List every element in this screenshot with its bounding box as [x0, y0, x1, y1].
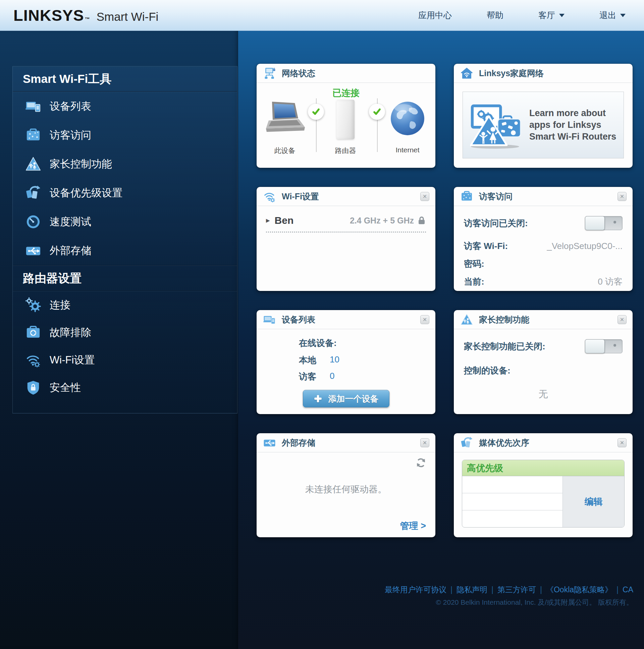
toggle-knob[interactable]: [585, 339, 605, 353]
lock-icon: [418, 216, 425, 225]
suitcase-icon: [26, 128, 41, 143]
sidebar-item-parental-controls[interactable]: 家长控制功能: [13, 150, 237, 178]
card-header: Linksys家庭网络: [454, 64, 633, 83]
edit-link[interactable]: 编辑: [562, 476, 624, 527]
card-external-storage: 外部存储 ✕ 未连接任何驱动器。 管理 >: [257, 433, 435, 537]
close-icon[interactable]: ✕: [420, 438, 429, 447]
linksys-logo: LINKSYS™ Smart Wi-Fi: [13, 6, 158, 25]
dotted-divider: [266, 231, 426, 232]
toggle-off-ring: [613, 344, 616, 347]
sidebar-item-connectivity[interactable]: 连接: [13, 291, 237, 319]
ssid-name: Ben: [275, 215, 294, 226]
sidebar-item-security[interactable]: 安全性: [13, 374, 237, 401]
sidebar-item-guest-access[interactable]: 访客访问: [13, 121, 237, 150]
priority-table: 高优先级 编辑: [462, 460, 625, 527]
expand-caret-icon[interactable]: ▶: [266, 217, 270, 223]
high-priority-header: 高优先级: [462, 460, 624, 476]
devices-icon: [26, 99, 41, 114]
sidebar-item-device-list[interactable]: 设备列表: [13, 92, 237, 121]
footer-link-ookla[interactable]: 《Ookla隐私策略》: [546, 585, 612, 594]
router-image: [336, 100, 355, 139]
card-title: 访客访问: [479, 191, 512, 202]
band-label: 2.4 GHz + 5 GHz: [350, 216, 414, 225]
warning-triangle-icon: [461, 313, 473, 326]
product-name: Smart Wi-Fi: [97, 10, 159, 24]
close-icon[interactable]: ✕: [420, 315, 429, 324]
widget-grid: 网络状态 已连接: [257, 64, 633, 537]
network-icon: [263, 67, 276, 80]
ssid-row[interactable]: ▶ Ben 2.4 GHz + 5 GHz: [257, 206, 435, 226]
sidebar-item-external-storage[interactable]: 外部存储: [13, 236, 237, 265]
footer-link-privacy[interactable]: 隐私声明: [457, 585, 487, 594]
usb-icon: [26, 243, 41, 258]
parental-controls-toggle[interactable]: [585, 339, 623, 353]
local-label: 本地: [299, 354, 330, 366]
card-guest-access: 访客访问 ✕ 访客访问已关闭: 访客 Wi-Fi: _VelopSetup9C0…: [454, 187, 633, 291]
close-icon[interactable]: ✕: [420, 192, 429, 201]
guest-label: 访客: [299, 371, 330, 383]
close-icon[interactable]: ✕: [617, 315, 627, 324]
card-title: 设备列表: [282, 314, 315, 325]
top-header: LINKSYS™ Smart Wi-Fi 应用中心 帮助 客厅 退出: [0, 0, 644, 31]
card-header: 访客访问 ✕: [454, 187, 633, 206]
node-label-router: 路由器: [335, 146, 356, 156]
check-icon: [308, 104, 324, 120]
card-media-prioritization: 媒体优先次序 ✕ 高优先级 编辑: [454, 433, 633, 537]
trademark-symbol: ™: [85, 16, 90, 22]
refresh-icon[interactable]: [415, 457, 427, 469]
close-icon[interactable]: ✕: [617, 192, 627, 201]
footer-link-ca[interactable]: CA: [623, 585, 633, 594]
guest-count: 0: [330, 371, 334, 383]
footer-link-eula[interactable]: 最终用户许可协议: [385, 585, 447, 594]
sidebar-item-device-priority[interactable]: 设备优先级设置: [13, 178, 237, 207]
footer-link-thirdparty[interactable]: 第三方许可: [497, 585, 536, 594]
wifi-gear-icon: [263, 190, 276, 203]
logo-text: LINKSYS: [13, 6, 84, 25]
home-wifi-icon: [461, 67, 473, 80]
controlled-devices-label: 控制的设备:: [464, 365, 510, 377]
node-label-internet: Internet: [396, 146, 419, 154]
nav-app-center[interactable]: 应用中心: [418, 10, 452, 21]
chevron-down-icon: [559, 14, 564, 17]
guest-current-value: 0 访客: [598, 276, 623, 288]
card-wifi-settings: Wi-Fi设置 ✕ ▶ Ben 2.4 GHz + 5 GHz: [257, 187, 435, 291]
controlled-devices-value: 无: [464, 388, 623, 401]
no-drives-message: 未连接任何驱动器。: [257, 483, 435, 495]
priority-cards-icon: [461, 437, 473, 449]
gears-icon: [26, 297, 41, 313]
guest-wifi-value: _VelopSetup9C0-...: [547, 241, 623, 251]
apps-cluster-illustration: [467, 101, 526, 149]
manage-link[interactable]: 管理 >: [400, 520, 426, 532]
add-device-button[interactable]: 添加一个设备: [303, 390, 389, 407]
apps-promo-banner[interactable]: Learn more about apps for Linksys Smart …: [463, 92, 624, 159]
card-title: Linksys家庭网络: [479, 68, 544, 79]
card-header: 家长控制功能 ✕: [454, 310, 633, 329]
plus-icon: [314, 394, 322, 403]
card-title: Wi-Fi设置: [282, 191, 319, 202]
priority-slots: [462, 476, 562, 527]
priority-slot: [462, 476, 562, 493]
card-title: 家长控制功能: [479, 314, 529, 325]
toggle-knob[interactable]: [585, 216, 605, 230]
card-header: 网络状态: [257, 64, 435, 83]
sidebar-item-speed-test[interactable]: 速度测试: [13, 207, 237, 236]
sidebar-item-wifi-settings[interactable]: Wi-Fi设置: [13, 346, 237, 374]
guest-access-toggle[interactable]: [585, 216, 623, 230]
sidebar-column: Smart Wi-Fi工具 设备列表 访客访问 家长控制功能 设备优先级设置 速…: [0, 31, 238, 649]
nav-logout[interactable]: 退出: [599, 10, 626, 21]
node-label-this-device: 此设备: [274, 146, 295, 156]
shield-lock-icon: [26, 380, 41, 395]
usb-icon: [263, 437, 276, 449]
card-title: 网络状态: [282, 68, 315, 79]
parental-toggle-label: 家长控制功能已关闭:: [464, 341, 545, 352]
nav-help[interactable]: 帮助: [487, 10, 503, 21]
sidebar-item-troubleshooting[interactable]: 故障排除: [13, 319, 237, 346]
nav-router-name[interactable]: 客厅: [538, 10, 564, 21]
card-title: 媒体优先次序: [479, 437, 529, 448]
priority-slot: [462, 510, 562, 527]
sidebar-router-title: 路由器设置: [13, 266, 237, 291]
close-icon[interactable]: ✕: [617, 438, 627, 447]
globe-icon: [390, 101, 425, 136]
guest-current-label: 当前:: [464, 276, 484, 288]
card-header: 媒体优先次序 ✕: [454, 433, 633, 452]
